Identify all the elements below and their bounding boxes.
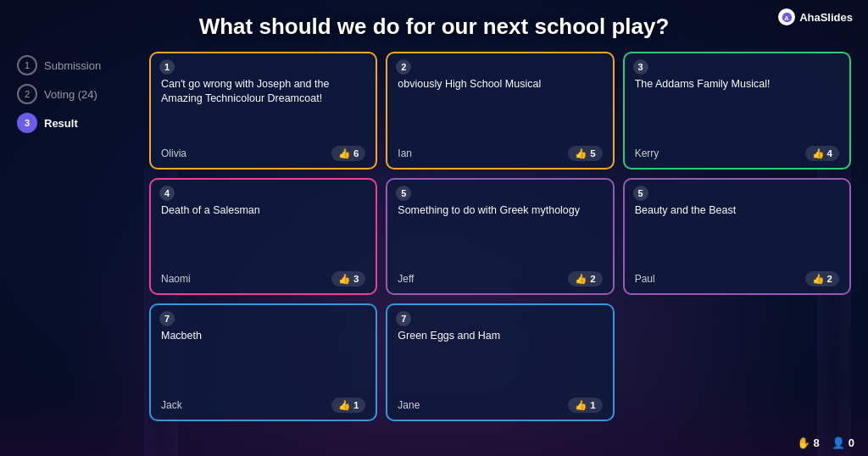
card-votes-7a: 👍 1 (331, 398, 365, 413)
sidebar-num-2: 2 (17, 84, 37, 104)
thumbs-up-icon-5a: 👍 (575, 273, 587, 285)
sidebar-label-result: Result (44, 117, 78, 130)
card-7a: 7 Macbeth Jack 👍 1 (149, 303, 377, 421)
card-author-4: Naomi (161, 273, 191, 285)
thumbs-up-icon-4: 👍 (338, 273, 350, 285)
sidebar-num-3: 3 (17, 113, 37, 133)
card-text-5b: Beauty and the Beast (635, 203, 839, 267)
card-footer-2: Ian 👍 5 (398, 146, 602, 161)
card-votes-5a: 👍 2 (568, 271, 602, 286)
thumbs-up-icon-5b: 👍 (812, 273, 824, 285)
page-title: What should we do for our next school pl… (17, 14, 851, 40)
card-author-7b: Jane (398, 399, 420, 411)
sidebar-label-submission: Submission (44, 59, 101, 72)
card-rank-1: 1 (159, 59, 175, 75)
card-rank-7a: 7 (159, 311, 175, 326)
card-rank-5a: 5 (396, 186, 411, 201)
thumbs-up-icon-1: 👍 (338, 147, 350, 159)
thumbs-up-icon-7b: 👍 (575, 399, 587, 411)
card-1: 1 Can't go wrong with Joseph and the Ama… (149, 52, 377, 170)
sidebar-item-result[interactable]: 3 Result (17, 113, 136, 133)
card-5b: 5 Beauty and the Beast Paul 👍 2 (623, 178, 851, 296)
card-text-7a: Macbeth (161, 329, 365, 392)
card-author-1: Olivia (161, 147, 186, 159)
card-4: 4 Death of a Salesman Naomi 👍 3 (149, 178, 377, 296)
card-author-7a: Jack (161, 399, 182, 411)
card-rank-2: 2 (396, 59, 411, 75)
card-2: 2 obviously High School Musical Ian 👍 5 (386, 52, 614, 170)
card-footer-7b: Jane 👍 1 (398, 398, 602, 413)
card-3: 3 The Addams Family Musical! Kerry 👍 4 (623, 52, 851, 170)
card-footer-5b: Paul 👍 2 (635, 271, 839, 286)
thumbs-up-icon-7a: 👍 (338, 399, 350, 411)
card-footer-3: Kerry 👍 4 (635, 146, 839, 161)
card-text-7b: Green Eggs and Ham (398, 329, 602, 392)
card-text-4: Death of a Salesman (161, 203, 365, 267)
card-text-2: obviously High School Musical (398, 77, 602, 141)
card-rank-3: 3 (633, 59, 648, 75)
thumbs-up-icon-3: 👍 (812, 147, 824, 159)
card-rank-7b: 7 (396, 311, 411, 326)
card-author-2: Ian (398, 147, 412, 159)
card-votes-1: 👍 6 (331, 146, 365, 161)
card-text-1: Can't go wrong with Joseph and the Amazi… (161, 77, 365, 141)
card-votes-2: 👍 5 (568, 146, 602, 161)
card-votes-3: 👍 4 (805, 146, 839, 161)
card-footer-4: Naomi 👍 3 (161, 271, 365, 286)
thumbs-up-icon-2: 👍 (575, 147, 587, 159)
sidebar: 1 Submission 2 Voting (24) 3 Result (17, 52, 136, 421)
card-text-5a: Something to do with Greek mythology (398, 203, 602, 267)
card-footer-5a: Jeff 👍 2 (398, 271, 602, 286)
sidebar-item-submission[interactable]: 1 Submission (17, 55, 136, 75)
card-5a: 5 Something to do with Greek mythology J… (386, 178, 614, 296)
sidebar-num-1: 1 (17, 55, 37, 75)
main-layout: 1 Submission 2 Voting (24) 3 Result 1 Ca… (17, 52, 851, 421)
card-author-3: Kerry (635, 147, 659, 159)
sidebar-label-voting: Voting (24) (44, 88, 97, 101)
sidebar-item-voting[interactable]: 2 Voting (24) (17, 84, 136, 104)
card-footer-7a: Jack 👍 1 (161, 398, 365, 413)
card-rank-5b: 5 (633, 186, 648, 201)
card-votes-4: 👍 3 (331, 271, 365, 286)
card-7b: 7 Green Eggs and Ham Jane 👍 1 (386, 303, 614, 421)
card-text-3: The Addams Family Musical! (635, 77, 839, 141)
card-votes-5b: 👍 2 (805, 271, 839, 286)
card-votes-7b: 👍 1 (568, 398, 602, 413)
card-author-5a: Jeff (398, 273, 414, 285)
cards-grid: 1 Can't go wrong with Joseph and the Ama… (149, 52, 851, 421)
card-footer-1: Olivia 👍 6 (161, 146, 365, 161)
card-author-5b: Paul (635, 273, 655, 285)
card-rank-4: 4 (159, 186, 175, 201)
